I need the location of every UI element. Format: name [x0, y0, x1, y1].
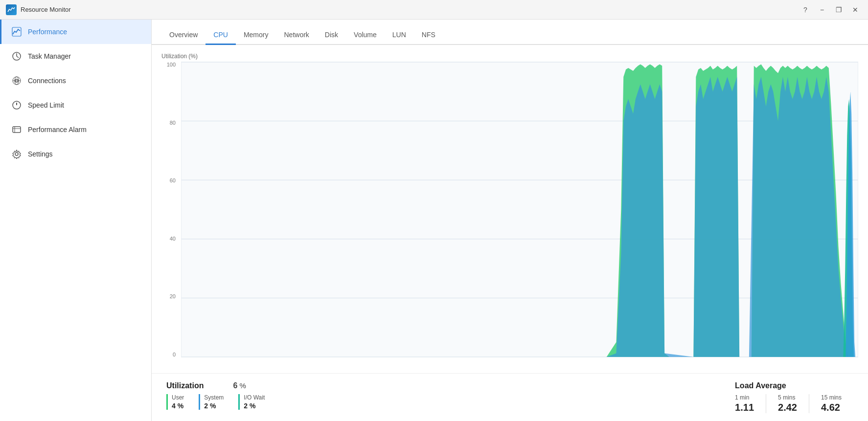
window-controls: ? − ❐ ✕	[799, 3, 862, 17]
svg-rect-10	[13, 127, 21, 133]
sidebar: Performance Task Manager Co	[0, 20, 152, 421]
sidebar-item-task-manager[interactable]: Task Manager	[0, 44, 151, 68]
sidebar-label-settings: Settings	[28, 150, 53, 158]
stat-user-label: User	[172, 394, 184, 401]
tab-cpu[interactable]: CPU	[206, 26, 236, 45]
tab-network[interactable]: Network	[276, 26, 317, 45]
chart-container: 100 80 60 40 20 0	[161, 62, 858, 372]
stat-system-label: System	[204, 394, 224, 401]
performance-icon	[11, 26, 22, 37]
help-button[interactable]: ?	[799, 3, 812, 17]
svg-point-13	[15, 153, 18, 155]
stat-iowait-label: I/O Wait	[244, 394, 265, 401]
title-bar-left: Resource Monitor	[6, 4, 71, 15]
stat-system-value: 2 %	[204, 402, 224, 410]
y-axis: 100 80 60 40 20 0	[161, 62, 179, 357]
tab-overview[interactable]: Overview	[161, 26, 206, 45]
chart-y-axis-label: Utilization (%)	[161, 53, 858, 60]
tab-disk[interactable]: Disk	[317, 26, 346, 45]
app-icon	[6, 4, 17, 15]
sidebar-label-performance: Performance	[28, 28, 67, 36]
load-items: 1 min 1.11 5 mins 2.42 15 mins 4.62	[735, 394, 853, 413]
stat-system: System 2 %	[199, 394, 224, 410]
load-1min: 1 min 1.11	[735, 394, 766, 413]
sidebar-label-connections: Connections	[28, 77, 66, 85]
load-average-section: Load Average 1 min 1.11 5 mins 2.42 15 m…	[735, 381, 853, 413]
utilization-value: 6 %	[233, 381, 246, 390]
utilization-section: Utilization 6 % User 4 % System 2 %	[166, 381, 265, 410]
stat-user: User 4 %	[166, 394, 184, 410]
stats-footer: Utilization 6 % User 4 % System 2 %	[152, 373, 868, 421]
stat-iowait-value: 2 %	[244, 402, 265, 410]
sidebar-label-task-manager: Task Manager	[28, 52, 71, 60]
tab-memory[interactable]: Memory	[236, 26, 276, 45]
sidebar-item-performance-alarm[interactable]: Performance Alarm	[0, 117, 151, 142]
y-label-20: 20	[170, 293, 176, 299]
y-label-0: 0	[173, 352, 176, 357]
y-label-100: 100	[167, 62, 176, 67]
content-area: Overview CPU Memory Network Disk Volume …	[152, 20, 868, 421]
sidebar-item-speed-limit[interactable]: Speed Limit	[0, 93, 151, 117]
chart-plot	[181, 62, 858, 357]
stat-user-value: 4 %	[172, 402, 184, 410]
sidebar-item-performance[interactable]: Performance	[0, 20, 151, 44]
utilization-label: Utilization	[166, 381, 204, 390]
tab-lun[interactable]: LUN	[385, 26, 414, 45]
main-container: Performance Task Manager Co	[0, 20, 868, 421]
connections-icon	[11, 75, 22, 86]
load-average-label: Load Average	[735, 381, 853, 390]
performance-alarm-icon	[11, 124, 22, 135]
stat-iowait: I/O Wait 2 %	[238, 394, 265, 410]
load-5mins-label: 5 mins	[778, 394, 797, 401]
tab-bar: Overview CPU Memory Network Disk Volume …	[152, 20, 868, 45]
chart-svg	[182, 62, 858, 357]
sidebar-label-performance-alarm: Performance Alarm	[28, 126, 87, 133]
y-label-60: 60	[170, 177, 176, 183]
svg-line-3	[17, 56, 19, 58]
load-5mins: 5 mins 2.42	[766, 394, 809, 413]
load-1min-value: 1.11	[735, 402, 754, 413]
utilization-items: User 4 % System 2 % I/O Wait 2 %	[166, 394, 265, 410]
load-5mins-value: 2.42	[778, 402, 797, 413]
tab-volume[interactable]: Volume	[346, 26, 385, 45]
settings-icon	[11, 149, 22, 159]
load-1min-label: 1 min	[735, 394, 754, 401]
load-15mins: 15 mins 4.62	[809, 394, 853, 413]
minimize-button[interactable]: −	[815, 3, 829, 17]
sidebar-item-connections[interactable]: Connections	[0, 68, 151, 93]
load-15mins-label: 15 mins	[821, 394, 842, 401]
maximize-button[interactable]: ❐	[832, 3, 845, 17]
chart-area: Utilization (%) 100 80 60 40 20 0	[152, 45, 868, 373]
load-15mins-value: 4.62	[821, 402, 842, 413]
close-button[interactable]: ✕	[848, 3, 862, 17]
app-title: Resource Monitor	[21, 6, 71, 13]
title-bar: Resource Monitor ? − ❐ ✕	[0, 0, 868, 20]
y-label-40: 40	[170, 236, 176, 242]
sidebar-label-speed-limit: Speed Limit	[28, 101, 64, 109]
svg-marker-21	[182, 77, 858, 357]
sidebar-item-settings[interactable]: Settings	[0, 142, 151, 166]
tab-nfs[interactable]: NFS	[414, 26, 443, 45]
y-label-80: 80	[170, 120, 176, 126]
speed-limit-icon	[11, 100, 22, 111]
task-manager-icon	[11, 51, 22, 62]
